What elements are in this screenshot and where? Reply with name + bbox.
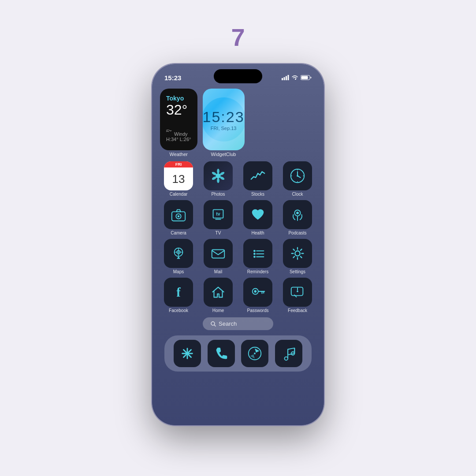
widget-clock-date: FRI, Sep.13 (211, 126, 237, 131)
app-photos[interactable]: Photos (200, 161, 237, 197)
wifi-icon (291, 75, 298, 80)
app-label-podcasts: Podcasts (288, 231, 306, 235)
camera-icon (170, 206, 187, 223)
app-podcasts[interactable]: Podcasts (279, 200, 316, 235)
tv-icon: tv (210, 206, 227, 223)
app-clock[interactable]: Clock (279, 161, 316, 197)
dock-safari[interactable] (241, 340, 268, 367)
svg-point-64 (186, 352, 189, 355)
app-label-feedback: Feedback (288, 308, 307, 313)
weather-temp: 32° (166, 102, 191, 118)
app-label-clock: Clock (292, 192, 303, 197)
mail-icon (210, 245, 227, 262)
svg-point-7 (217, 169, 219, 174)
reminders-icon (249, 245, 266, 262)
appstore-icon (179, 345, 196, 362)
svg-point-23 (178, 215, 180, 217)
status-time: 15:23 (164, 74, 181, 82)
svg-point-40 (295, 251, 300, 256)
app-grid: FRI 13 Calendar (160, 161, 316, 313)
svg-point-27 (296, 212, 299, 214)
dock (164, 335, 312, 372)
svg-point-6 (216, 173, 220, 178)
svg-line-45 (293, 249, 294, 250)
svg-line-46 (301, 257, 302, 258)
app-feedback[interactable]: Feedback (279, 278, 316, 313)
passwords-icon (249, 284, 266, 301)
signal-icon (282, 75, 289, 80)
app-maps[interactable]: Maps (160, 239, 197, 274)
svg-point-71 (284, 357, 288, 361)
svg-point-68 (254, 353, 256, 354)
weather-widget[interactable]: Tokyo 32° Windy H:34° L:26° Weather (160, 89, 197, 159)
search-bar[interactable]: Search (203, 317, 273, 330)
svg-point-57 (297, 290, 298, 292)
app-settings[interactable]: Settings (279, 239, 316, 274)
svg-point-38 (253, 256, 256, 258)
svg-point-58 (211, 322, 215, 325)
dock-music[interactable] (275, 340, 302, 367)
app-health[interactable]: Health (239, 200, 276, 235)
phone-frame: 15:23 (152, 64, 324, 425)
dynamic-island (214, 69, 262, 83)
app-camera[interactable]: Camera (160, 200, 197, 235)
svg-line-47 (301, 249, 302, 250)
widgets-row: Tokyo 32° Windy H:34° L:26° Weather (160, 89, 316, 159)
search-icon (211, 321, 216, 327)
app-label-passwords: Passwords (247, 308, 269, 313)
svg-line-48 (293, 257, 294, 258)
maps-icon (170, 245, 187, 262)
facebook-icon: f (170, 284, 187, 301)
app-label-stocks: Stocks (251, 192, 264, 197)
status-icons (282, 75, 312, 80)
app-label-photos: Photos (211, 192, 225, 197)
svg-line-56 (294, 295, 297, 298)
app-label-camera: Camera (171, 231, 186, 235)
phone-icon (213, 345, 230, 362)
svg-rect-1 (284, 77, 285, 80)
search-placeholder: Search (219, 320, 237, 327)
svg-rect-33 (212, 249, 225, 258)
dock-phone[interactable] (208, 340, 235, 367)
app-stocks[interactable]: Stocks (239, 161, 276, 197)
app-tv[interactable]: tv TV (200, 200, 237, 235)
music-icon (280, 345, 297, 362)
app-label-reminders: Reminders (247, 269, 268, 274)
phone-screen: 15:23 (152, 64, 324, 425)
page-number: 7 (231, 23, 245, 52)
app-label-settings: Settings (290, 269, 305, 274)
dock-appstore[interactable] (174, 340, 201, 367)
app-label-facebook: Facebook (169, 308, 188, 313)
settings-icon (289, 245, 306, 262)
svg-point-51 (254, 290, 257, 293)
svg-text:f: f (176, 286, 181, 299)
app-label-health: Health (252, 231, 264, 235)
wind-icon (166, 128, 172, 133)
svg-rect-2 (286, 76, 287, 81)
home-icon (210, 284, 227, 301)
clock-widget[interactable]: 15:23 FRI, Sep.13 WidgetClub (203, 89, 245, 159)
app-label-calendar: Calendar (170, 192, 188, 197)
app-mail[interactable]: Mail (200, 239, 237, 274)
app-label-home: Home (212, 308, 224, 313)
svg-point-10 (217, 178, 219, 183)
weather-label: Weather (160, 152, 197, 157)
clock-icon (289, 167, 306, 184)
app-label-tv: TV (216, 231, 221, 235)
app-home[interactable]: Home (200, 278, 237, 313)
svg-rect-3 (288, 75, 289, 80)
widget-clock-time: 15:23 (203, 108, 245, 126)
app-reminders[interactable]: Reminders (239, 239, 276, 274)
svg-rect-5 (301, 76, 308, 79)
app-calendar[interactable]: FRI 13 Calendar (160, 161, 197, 197)
app-facebook[interactable]: f Facebook (160, 278, 197, 313)
svg-point-36 (253, 253, 256, 255)
photos-icon (210, 167, 227, 184)
health-icon (249, 206, 266, 223)
app-passwords[interactable]: Passwords (239, 278, 276, 313)
svg-point-34 (253, 250, 256, 252)
home-content: Tokyo 32° Windy H:34° L:26° Weather (152, 85, 324, 425)
podcasts-icon (289, 206, 306, 223)
svg-rect-0 (282, 78, 283, 80)
svg-point-16 (297, 175, 298, 177)
